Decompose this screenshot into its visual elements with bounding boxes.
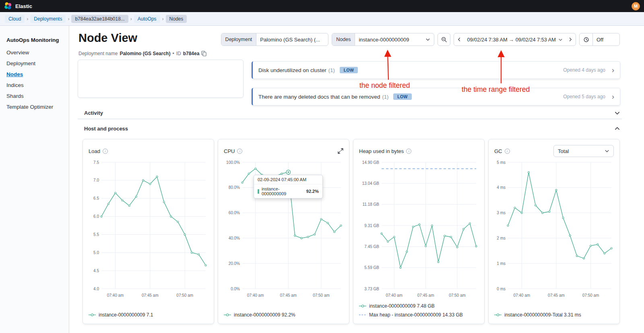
series-swatch — [258, 189, 259, 194]
tooltip-series-value: 92.2% — [306, 189, 319, 194]
breadcrumb-separator: › — [162, 16, 164, 22]
chevron-up-icon[interactable] — [614, 126, 620, 132]
legend-series-icon — [494, 313, 502, 317]
svg-text:07:45 am: 07:45 am — [142, 293, 159, 298]
copy-icon[interactable] — [201, 51, 206, 56]
gc-metric-select[interactable]: Total — [553, 145, 614, 157]
info-icon[interactable]: i — [103, 149, 108, 154]
info-icon[interactable]: i — [237, 149, 242, 154]
breadcrumb-item[interactable]: Deployments — [30, 15, 66, 23]
breadcrumb-item[interactable]: AutoOps — [134, 15, 160, 23]
svg-text:4 ms: 4 ms — [497, 185, 506, 190]
svg-text:6.0: 6.0 — [93, 214, 99, 219]
chevron-left-icon — [457, 37, 462, 42]
alert-opened-text: Opened 5 days ago — [563, 94, 605, 99]
nodes-select[interactable]: instance-0000000009 — [355, 33, 434, 46]
fullscreen-icon[interactable] — [338, 148, 343, 154]
chart-card-gc: GC i Total 5 ms4 ms3 ms2 ms1 ms0 ms07:40… — [488, 139, 620, 324]
time-next-button[interactable] — [565, 33, 576, 46]
breadcrumb-separator: › — [27, 16, 28, 22]
legend-item[interactable]: instance-0000000009 92.2% — [224, 312, 343, 318]
page-title: Node View — [78, 31, 137, 45]
svg-text:40.0%: 40.0% — [229, 236, 240, 240]
svg-text:07:50 am: 07:50 am — [449, 293, 466, 298]
time-range-picker[interactable]: 09/02/24 7:38 AM → 09/02/24 7:53 AM — [464, 33, 565, 46]
breadcrumb-item[interactable]: Cloud — [5, 15, 25, 23]
deployment-id-value: b784ea — [183, 51, 200, 56]
breadcrumb-separator: › — [130, 16, 132, 22]
legend-series-icon — [359, 304, 366, 308]
zoom-out-button[interactable] — [438, 33, 450, 46]
brand-name: Elastic — [15, 3, 32, 9]
legend-item[interactable]: instance-0000000009 7.1 — [89, 312, 208, 318]
main-content: Node View Deployment Palomino (GS Search… — [69, 26, 644, 333]
chevron-down-icon[interactable] — [614, 110, 620, 116]
chart-card-load: Load i 7.57.06.56.05.55.04.54.007:40 am0… — [83, 139, 214, 324]
heap-chart[interactable]: 14.90 GB13.04 GB11.18 GB9.31 GB7.45 GB5.… — [359, 159, 479, 299]
sidebar-item-deployment[interactable]: Deployment — [6, 60, 62, 66]
refresh-select[interactable]: Off — [593, 33, 619, 46]
section-host-and-process[interactable]: Host and process — [78, 122, 622, 134]
gc-chart-title: GC — [494, 148, 502, 154]
svg-text:0 ms: 0 ms — [497, 287, 506, 291]
breadcrumb: Cloud›Deployments›b784ea32ae184b018...›A… — [0, 12, 644, 26]
load-chart-legend: instance-0000000009 7.1 — [89, 312, 208, 319]
alert-row[interactable]: There are many deleted docs that can be … — [252, 88, 620, 105]
legend-item[interactable]: instance-0000000009-Total 3.31 ms — [494, 312, 614, 318]
time-refresh-icon — [583, 37, 589, 43]
deployment-id-label: ID — [176, 51, 181, 56]
alert-title: Disk underutilized on cluster — [258, 67, 326, 73]
svg-text:4.0: 4.0 — [93, 287, 99, 291]
svg-text:1 ms: 1 ms — [497, 261, 506, 266]
svg-text:14.90 GB: 14.90 GB — [362, 160, 380, 165]
user-avatar[interactable]: M — [632, 2, 640, 10]
sidebar-item-indices[interactable]: Indices — [6, 82, 62, 88]
legend-item[interactable]: instance-0000000009 7.48 GB — [359, 303, 479, 309]
breadcrumb-item[interactable]: Nodes — [166, 15, 187, 23]
info-icon[interactable]: i — [505, 149, 510, 154]
svg-text:0.0%: 0.0% — [231, 287, 240, 291]
auto-refresh-group: Off — [579, 33, 620, 46]
sidebar-item-overview[interactable]: Overview — [6, 50, 62, 56]
breadcrumb-item[interactable]: b784ea32ae184b018... — [71, 15, 128, 23]
svg-text:60.0%: 60.0% — [229, 211, 240, 215]
chevron-down-icon — [615, 37, 616, 42]
severity-badge: LOW — [340, 67, 358, 73]
legend-series-icon — [224, 313, 231, 317]
legend-item[interactable]: Max heap - instance-0000000009 14.33 GB — [359, 312, 479, 318]
sidebar-item-nodes[interactable]: Nodes — [6, 71, 62, 77]
svg-text:07:40 am: 07:40 am — [513, 293, 530, 298]
deployment-select[interactable]: Palomino (GS Search) (... — [256, 33, 328, 46]
svg-text:3.73 GB: 3.73 GB — [364, 287, 379, 291]
elastic-logo-icon[interactable] — [4, 2, 12, 10]
chevron-down-icon — [605, 149, 609, 153]
info-icon[interactable]: i — [406, 149, 411, 154]
load-chart[interactable]: 7.57.06.56.05.55.04.54.007:40 am07:45 am… — [89, 159, 209, 299]
sidebar-nav: OverviewDeploymentNodesIndicesShardsTemp… — [6, 50, 62, 110]
time-range-group: 09/02/24 7:38 AM → 09/02/24 7:53 AM — [454, 33, 576, 46]
sidebar-item-shards[interactable]: Shards — [6, 93, 62, 99]
alert-count: (1) — [382, 94, 388, 100]
nodes-filter-group: Nodes instance-0000000009 — [332, 33, 434, 46]
time-prev-button[interactable] — [454, 33, 464, 46]
svg-text:7.0: 7.0 — [93, 178, 99, 182]
deployment-meta: Deployment name Palomino (GS Search) • I… — [78, 51, 206, 56]
legend-label: instance-0000000009 92.2% — [234, 312, 295, 318]
svg-text:07:45 am: 07:45 am — [280, 293, 297, 298]
annotation-node-filtered: the node filtered — [359, 81, 410, 90]
sidebar-item-template-optimizer[interactable]: Template Optimizer — [6, 104, 62, 110]
chevron-down-icon — [425, 37, 430, 42]
section-activity[interactable]: Activity — [78, 107, 622, 119]
svg-text:13.04 GB: 13.04 GB — [362, 181, 380, 186]
svg-text:7.45 GB: 7.45 GB — [364, 244, 379, 249]
chevron-right-icon[interactable]: › — [612, 66, 614, 74]
refresh-interval-button[interactable] — [580, 33, 592, 46]
chevron-right-icon[interactable]: › — [612, 93, 614, 100]
alert-row[interactable]: Disk underutilized on cluster(1)LOWOpene… — [252, 61, 620, 79]
gc-chart[interactable]: 5 ms4 ms3 ms2 ms1 ms0 ms07:40 am07:45 am… — [494, 159, 615, 299]
empty-panel — [78, 60, 244, 98]
svg-text:5.0: 5.0 — [93, 250, 99, 255]
chevron-down-icon — [558, 37, 563, 42]
svg-text:20.0%: 20.0% — [229, 261, 240, 266]
svg-text:07:45 am: 07:45 am — [417, 293, 434, 298]
